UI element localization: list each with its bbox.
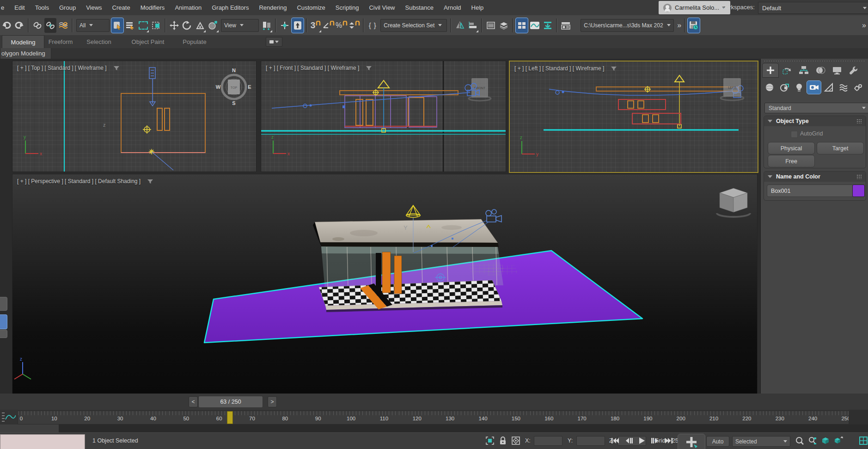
absolute-offset-toggle[interactable] <box>510 435 521 446</box>
viewport-top[interactable]: [ + ] [ Top ] [ Standard ] [ Wireframe ] <box>12 61 257 172</box>
tab-motion[interactable] <box>813 63 828 77</box>
current-frame-field[interactable]: 63 / 250 <box>198 396 263 408</box>
maxscript-mini-listener[interactable] <box>0 434 85 449</box>
previous-frame-button[interactable]: < <box>189 396 198 407</box>
select-and-manipulate-button[interactable] <box>279 18 291 33</box>
viewport-perspective[interactable]: [ + ] [ Perspective ] [ Standard ] [ Def… <box>12 174 758 394</box>
selection-lock-toggle[interactable] <box>497 435 508 446</box>
next-frame-step-button[interactable] <box>649 435 661 446</box>
select-and-rotate-button[interactable] <box>181 18 193 33</box>
autogrid-checkbox[interactable] <box>791 131 798 138</box>
menu-graph-editors[interactable]: Graph Editors <box>207 4 254 11</box>
menu-tools[interactable]: Tools <box>30 4 54 11</box>
spinner-snap-toggle[interactable] <box>348 18 361 33</box>
menu-views[interactable]: Views <box>81 4 107 11</box>
undo-button[interactable] <box>0 18 12 33</box>
maximize-viewport-toggle-partial[interactable] <box>859 435 868 446</box>
toolbar-overflow-end-button[interactable]: » <box>860 21 867 30</box>
menu-group[interactable]: Group <box>54 4 81 11</box>
category-helpers[interactable] <box>822 81 836 94</box>
ribbon-tab-freeform[interactable]: Freeform <box>44 35 77 48</box>
ribbon-display-dropdown[interactable] <box>266 37 282 47</box>
autosave-file-button[interactable] <box>688 18 700 33</box>
tab-utilities[interactable] <box>846 63 862 77</box>
keyboard-shortcut-override-toggle[interactable] <box>292 18 304 33</box>
play-button[interactable] <box>636 435 648 446</box>
timeline-ruler-track[interactable]: 0102030405060708090100110120130140150160… <box>18 411 850 424</box>
key-filter-dropdown[interactable]: Selected <box>732 436 790 447</box>
mini-curve-editor-icon[interactable] <box>1 411 16 423</box>
docked-toolbar-partial-button-active[interactable] <box>0 314 7 329</box>
angle-snap-toggle[interactable] <box>323 18 335 33</box>
menu-civil-view[interactable]: Civil View <box>364 4 400 11</box>
use-pivot-point-center-button[interactable] <box>261 18 273 33</box>
user-account-menu[interactable]: Carmelita Solo... <box>659 1 730 14</box>
physical-camera-button[interactable]: Physical <box>768 142 815 154</box>
project-folder-dropdown[interactable]: C:\Users\carme...s\3ds Max 202 <box>581 19 674 32</box>
percent-snap-toggle[interactable]: % <box>336 18 348 33</box>
filter-icon[interactable] <box>147 179 153 184</box>
ribbon-tab-object-paint[interactable]: Object Paint <box>129 35 166 48</box>
next-frame-button[interactable]: > <box>268 396 277 407</box>
mirror-button[interactable] <box>454 18 466 33</box>
menu-customize[interactable]: Customize <box>292 4 330 11</box>
zoom-extents-all-icon[interactable] <box>833 435 844 446</box>
playhead[interactable] <box>227 411 233 424</box>
category-systems[interactable] <box>851 81 865 94</box>
category-shapes[interactable] <box>777 81 791 94</box>
menu-create[interactable]: Create <box>107 4 135 11</box>
y-coord-field[interactable] <box>576 436 605 446</box>
free-camera-button[interactable]: Free <box>768 155 815 167</box>
reference-coordinate-dropdown[interactable]: View <box>221 19 259 32</box>
ribbon-tab-modeling[interactable]: Modeling <box>2 35 44 49</box>
category-space-warps[interactable] <box>837 81 850 94</box>
menu-file-partial[interactable]: e <box>0 4 9 11</box>
curve-editor-button[interactable] <box>529 18 541 33</box>
align-button[interactable] <box>467 18 479 33</box>
zoom-all-icon[interactable] <box>807 435 818 446</box>
select-and-place-button[interactable] <box>207 18 219 33</box>
layer-explorer-button[interactable] <box>498 18 510 33</box>
select-and-scale-button[interactable] <box>194 18 206 33</box>
snaps-toggle-3d[interactable]: 3 <box>310 18 322 33</box>
viewport-perspective-label[interactable]: [ + ] [ Perspective ] [ Standard ] [ Def… <box>17 178 153 185</box>
category-geometry[interactable] <box>763 81 776 94</box>
menu-arnold[interactable]: Arnold <box>439 4 466 11</box>
toolbar-overflow-button[interactable]: » <box>675 21 682 30</box>
rollout-object-type-header[interactable]: Object Type <box>764 116 866 126</box>
bind-to-space-warp-icon[interactable] <box>57 18 69 33</box>
schematic-view-button[interactable] <box>542 18 554 33</box>
menu-rendering[interactable]: Rendering <box>254 4 292 11</box>
scene-explorer-button[interactable] <box>485 18 497 33</box>
selection-filter-dropdown[interactable]: All <box>76 19 110 32</box>
viewport-left[interactable]: [ + ] [ Left ] [ Standard ] [ Wireframe … <box>509 61 758 173</box>
redo-button[interactable] <box>13 18 25 33</box>
tab-modify[interactable] <box>779 63 795 77</box>
set-key-button[interactable] <box>678 434 705 449</box>
ribbon-tab-selection[interactable]: Selection <box>84 35 114 48</box>
panel-drag-handle[interactable] <box>764 60 865 62</box>
unlink-selection-icon[interactable] <box>44 18 56 33</box>
filter-icon[interactable] <box>113 66 120 71</box>
filter-icon[interactable] <box>611 66 617 71</box>
select-by-name-button[interactable] <box>124 18 136 33</box>
menu-modifiers[interactable]: Modifiers <box>135 4 170 11</box>
auto-key-button[interactable]: Auto <box>706 436 729 447</box>
render-setup-button[interactable] <box>560 18 572 33</box>
workspace-dropdown[interactable]: Default <box>758 2 868 14</box>
ribbon-tab-populate[interactable]: Populate <box>180 35 209 48</box>
menu-animation[interactable]: Animation <box>170 4 207 11</box>
viewport-front[interactable]: [ + ] [ Front ] [ Standard ] [ Wireframe… <box>261 61 506 172</box>
category-cameras[interactable] <box>807 81 821 94</box>
docked-toolbar-partial-button[interactable] <box>0 297 7 311</box>
object-category-dropdown[interactable]: Standard <box>764 103 868 113</box>
window-crossing-toggle[interactable] <box>150 18 162 33</box>
docked-toolbar-partial-button[interactable] <box>0 330 7 338</box>
target-camera-button[interactable]: Target <box>817 142 864 154</box>
tab-hierarchy[interactable] <box>796 63 812 77</box>
select-and-link-icon[interactable] <box>31 18 43 33</box>
go-to-end-button[interactable] <box>663 435 675 446</box>
menu-substance[interactable]: Substance <box>400 4 439 11</box>
viewport-left-label[interactable]: [ + ] [ Left ] [ Standard ] [ Wireframe … <box>514 65 617 72</box>
x-coord-field[interactable] <box>534 436 562 446</box>
